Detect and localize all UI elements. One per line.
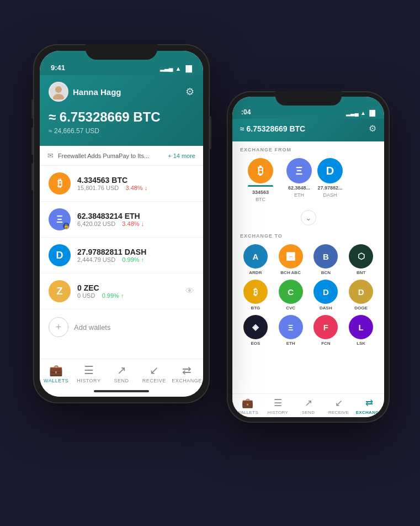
btc-icon: ₿ <box>49 172 71 194</box>
right-balance-btc: ≈ 6.75328669 BTC <box>240 124 305 133</box>
zec-change: 0.99% ↑ <box>102 292 124 299</box>
time-right: :04 <box>241 108 251 116</box>
bcn-icon: B <box>313 244 338 269</box>
right-wallets-icon: 💼 <box>242 397 253 409</box>
lsk-name: LSK <box>357 341 365 346</box>
to-coin-eos[interactable]: ◈ EOS <box>240 315 271 346</box>
exchange-to-label: EXCHANGE TO <box>232 228 384 242</box>
eos-name: EOS <box>251 341 260 346</box>
left-phone: 9:41 ▂▃▄ ▲ ▐█ <box>33 44 210 403</box>
wallet-item-dash[interactable]: D 27.97882811 DASH 2,444.79 USD 0.99% ↑ <box>40 238 203 273</box>
news-more: + 14 more <box>168 152 195 159</box>
notch-left <box>86 44 157 60</box>
news-bar[interactable]: ✉ Freewallet Adds PumaPay to Its... + 14… <box>40 146 203 166</box>
bchabc-icon: 🅰 <box>279 244 303 269</box>
right-settings-icon[interactable]: ⚙ <box>369 123 376 134</box>
user-row: Hanna Hagg ⚙ <box>49 82 194 102</box>
username: Hanna Hagg <box>73 87 121 97</box>
bnt-name: BNT <box>357 270 365 275</box>
to-coin-fcn[interactable]: F FCN <box>311 315 342 346</box>
from-btc-amount: 334563 <box>252 190 269 195</box>
right-nav-wallets[interactable]: 💼 WALLETS <box>232 397 263 415</box>
eth-usd: 6,420.02 USD 3.48% ↓ <box>77 220 194 227</box>
to-coin-dash[interactable]: D DASH <box>311 280 342 311</box>
svg-point-1 <box>53 94 64 99</box>
right-exchange-label: EXCHANGE <box>356 410 382 415</box>
history-nav-icon: ☰ <box>84 364 94 377</box>
to-coin-bnt[interactable]: ⬡ BNT <box>345 244 376 275</box>
avatar-image <box>51 84 66 99</box>
to-coin-cvc[interactable]: C CVC <box>275 280 306 311</box>
status-icons-left: ▂▃▄ ▲ ▐█ <box>160 65 192 72</box>
doge-name: DOGE <box>354 306 368 311</box>
btg-name: BTG <box>251 306 260 311</box>
nav-history[interactable]: ☰ HISTORY <box>72 364 105 383</box>
dash-icon: D <box>49 244 71 266</box>
to-coin-lsk[interactable]: L LSK <box>345 315 376 346</box>
to-coin-eth[interactable]: Ξ ETH <box>275 315 306 346</box>
btc-info: 4.334563 BTC 15,801.76 USD 3.48% ↓ <box>77 176 194 191</box>
dash-to-icon: D <box>313 280 338 304</box>
to-coin-doge[interactable]: D DOGE <box>345 280 376 311</box>
wallet-item-zec[interactable]: Z 0 ZEC 0 USD 0.99% ↑ 👁 <box>40 273 203 309</box>
eye-icon[interactable]: 👁 <box>185 286 194 296</box>
nav-send[interactable]: ↗ SEND <box>105 364 137 383</box>
wallet-item-btc[interactable]: ₿ 4.334563 BTC 15,801.76 USD 3.48% ↓ <box>40 166 203 202</box>
right-nav-history[interactable]: ☰ HISTORY <box>263 397 293 415</box>
news-icon: ✉ <box>47 151 54 160</box>
add-icon: + <box>49 317 68 337</box>
bnt-icon: ⬡ <box>349 244 373 269</box>
balance-usd: ≈ 24,666.57 USD <box>49 127 194 135</box>
from-coin-eth[interactable]: Ξ 62.3848... ETH <box>286 158 312 198</box>
right-nav-send[interactable]: ↗ SEND <box>293 397 323 415</box>
user-info[interactable]: Hanna Hagg <box>49 82 121 102</box>
nav-receive[interactable]: ↙ RECEIVE <box>138 364 171 383</box>
from-coin-btc[interactable]: ₿ 334563 BTC <box>240 158 281 202</box>
ardr-name: ARDR <box>249 270 262 275</box>
exchange-nav-icon: ⇄ <box>182 364 192 377</box>
dash-to-name: DASH <box>320 306 332 311</box>
exchange-nav-label: EXCHANGE <box>172 378 202 383</box>
to-coin-bcn[interactable]: B BCN <box>311 244 342 275</box>
right-receive-label: RECEIVE <box>328 410 349 415</box>
history-nav-label: HISTORY <box>77 378 100 383</box>
from-eth-name: ETH <box>294 192 304 198</box>
right-nav-receive[interactable]: ↙ RECEIVE <box>323 397 354 415</box>
wallet-item-eth[interactable]: Ξ 🔒 62.38483214 ETH 6,420.02 USD 3.48% ↓ <box>40 202 203 238</box>
from-btc-icon: ₿ <box>248 158 273 183</box>
to-coin-btg[interactable]: ₿ BTG <box>240 280 271 311</box>
dash-info: 27.97882811 DASH 2,444.79 USD 0.99% ↑ <box>77 248 194 263</box>
send-nav-icon: ↗ <box>117 364 126 377</box>
receive-nav-label: RECEIVE <box>142 378 166 383</box>
settings-icon[interactable]: ⚙ <box>185 86 194 98</box>
right-history-label: HISTORY <box>268 410 288 415</box>
right-nav-exchange[interactable]: ⇄ EXCHANGE <box>354 397 384 415</box>
to-coin-ardr[interactable]: A ARDR <box>240 244 271 275</box>
to-coin-bchabc[interactable]: 🅰 BCH ABC <box>275 244 306 275</box>
eth-amount: 62.38483214 ETH <box>77 212 194 220</box>
header-right: ≈ 6.75328669 BTC ⚙ <box>232 119 384 141</box>
signal-icon-left: ▂▃▄ <box>160 65 173 72</box>
zec-amount: 0 ZEC <box>77 283 179 292</box>
cvc-name: CVC <box>286 306 295 311</box>
right-send-icon: ↗ <box>305 397 312 409</box>
header-left: Hanna Hagg ⚙ ≈ 6.75328669 BTC ≈ 24,666.5… <box>40 75 203 146</box>
eth-icon: Ξ 🔒 <box>49 208 71 230</box>
from-eth-icon: Ξ <box>286 158 312 183</box>
fcn-icon: F <box>313 315 338 339</box>
from-coin-dash[interactable]: D 27.97882... DASH <box>317 158 343 198</box>
avatar <box>49 82 68 102</box>
right-send-label: SEND <box>302 410 315 415</box>
wifi-icon-left: ▲ <box>176 65 182 72</box>
exchange-to-grid: A ARDR 🅰 BCH ABC B BCN ⬡ <box>232 242 384 351</box>
eth-change: 3.48% ↓ <box>122 220 144 227</box>
btg-icon: ₿ <box>243 280 268 304</box>
right-history-icon: ☰ <box>274 397 282 409</box>
add-wallet-button[interactable]: + Add wallets <box>40 309 203 345</box>
svg-point-0 <box>55 86 62 93</box>
nav-exchange[interactable]: ⇄ EXCHANGE <box>171 364 203 383</box>
down-arrow-container: ⌄ <box>232 208 384 228</box>
down-arrow-button[interactable]: ⌄ <box>301 210 316 225</box>
nav-wallets[interactable]: 💼 WALLETS <box>40 364 72 383</box>
dash-amount: 27.97882811 DASH <box>77 248 194 256</box>
